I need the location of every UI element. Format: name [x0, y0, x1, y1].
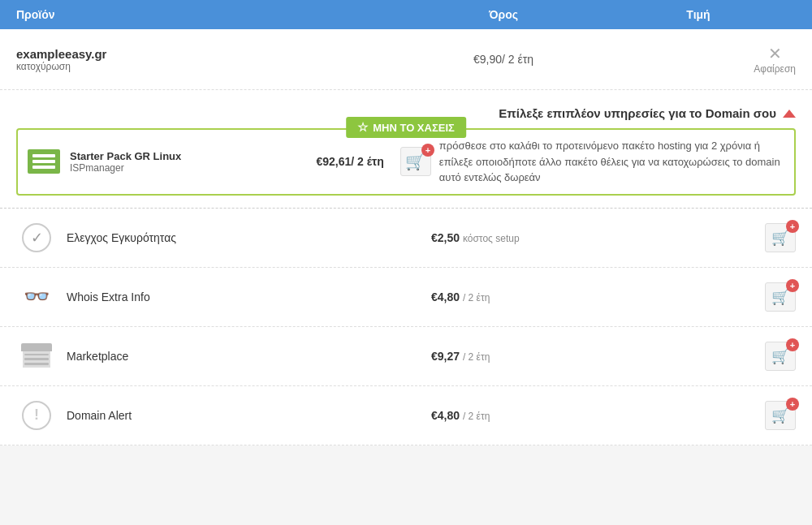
alert-circle-icon: !	[22, 401, 51, 430]
service-price-whois: €4,80 / 2 έτη	[431, 290, 674, 303]
dont-miss-badge: ☆ ΜΗΝ ΤΟ ΧΑΣΕΙΣ	[346, 117, 466, 138]
cart-icon: 🛒	[771, 407, 789, 424]
plus-badge: +	[786, 220, 799, 233]
plus-badge: +	[786, 338, 799, 351]
cart-icon: 🛒	[771, 347, 789, 365]
domain-actions: ✕ Αφαίρεση	[601, 44, 796, 75]
marketplace-cart: 🛒 +	[674, 342, 796, 371]
chevron-up-icon[interactable]	[783, 110, 796, 118]
cart-icon: 🛒	[771, 288, 789, 306]
validity-add-button[interactable]: 🛒 +	[765, 223, 796, 252]
marketplace-price-sub: / 2 έτη	[463, 351, 490, 363]
whois-cart: 🛒 +	[674, 282, 796, 312]
alert-cart: 🛒 +	[674, 401, 796, 430]
badge-text: ΜΗΝ ΤΟ ΧΑΣΕΙΣ	[373, 122, 455, 134]
service-name-alert: Domain Alert	[67, 409, 431, 422]
alert-icon-area: !	[16, 401, 57, 430]
upsell-header-text: Επίλεξε επιπλέον υπηρεσίες για το Domain…	[499, 106, 776, 120]
domain-row: exampleeasy.gr κατοχύρωση €9,90/ 2 έτη ✕…	[0, 29, 812, 90]
alert-price-bold: €4,80	[431, 409, 460, 422]
star-icon: ☆	[357, 120, 368, 135]
validity-price-sub: κόστος setup	[463, 233, 520, 244]
starter-pack-info: Starter Pack GR Linux ISPmanager	[70, 150, 300, 174]
upsell-section: Επίλεξε επιπλέον υπηρεσίες για το Domain…	[0, 90, 812, 196]
domain-name: exampleeasy.gr	[16, 47, 406, 61]
whois-add-button[interactable]: 🛒 +	[765, 282, 796, 312]
list-item: 👓 Whois Extra Info €4,80 / 2 έτη 🛒 +	[0, 268, 812, 327]
starter-price-period: / 2 έτη	[351, 155, 384, 168]
validity-cart: 🛒 +	[674, 223, 796, 252]
validity-icon-area: ✓	[16, 223, 57, 252]
service-price-alert: €4,80 / 2 έτη	[431, 409, 674, 422]
list-item: ✓ Ελεγχος Εγκυρότητας €2,50 κόστος setup…	[0, 209, 812, 268]
domain-type: κατοχύρωση	[16, 61, 406, 72]
list-item: Marketplace €9,27 / 2 έτη 🛒 +	[0, 327, 812, 386]
service-name-whois: Whois Extra Info	[67, 290, 431, 303]
table-header: Προϊόν Όρος Τιμή	[0, 0, 812, 29]
domain-info: exampleeasy.gr κατοχύρωση	[16, 47, 406, 72]
domain-price: €9,90/ 2 έτη	[406, 53, 601, 66]
starter-pack-add-button[interactable]: 🛒 +	[400, 147, 431, 176]
remove-button[interactable]: ✕ Αφαίρεση	[754, 44, 796, 75]
marketplace-price-bold: €9,27	[431, 350, 460, 363]
validity-price-bold: €2,50	[431, 231, 460, 244]
store-icon	[21, 343, 52, 369]
whois-icon-area: 👓	[16, 284, 57, 309]
service-name-marketplace: Marketplace	[67, 350, 431, 363]
header-price: Τιμή	[601, 8, 796, 21]
starter-pack-row: ☆ ΜΗΝ ΤΟ ΧΑΣΕΙΣ Starter Pack GR Linux IS…	[16, 128, 796, 196]
header-product: Προϊόν	[16, 8, 406, 21]
service-price-marketplace: €9,27 / 2 έτη	[431, 350, 674, 363]
domain-price-value: €9,90	[473, 53, 502, 66]
check-circle-icon: ✓	[22, 223, 51, 252]
starter-price-value: €92,61	[316, 155, 351, 168]
plus-badge: +	[786, 279, 799, 292]
marketplace-icon-area	[16, 343, 57, 369]
remove-label: Αφαίρεση	[754, 63, 796, 75]
promo-text: πρόσθεσε στο καλάθι το προτεινόμενο πακέ…	[431, 138, 784, 186]
alert-price-sub: / 2 έτη	[463, 411, 490, 422]
alert-add-button[interactable]: 🛒 +	[765, 401, 796, 430]
starter-pack-name: Starter Pack GR Linux	[70, 150, 300, 162]
marketplace-add-button[interactable]: 🛒 +	[765, 342, 796, 371]
whois-price-bold: €4,80	[431, 290, 460, 303]
starter-pack-price: €92,61/ 2 έτη	[316, 155, 383, 168]
starter-pack-icon	[28, 149, 60, 174]
plus-badge: +	[421, 144, 434, 157]
service-name-validity: Ελεγχος Εγκυρότητας	[67, 231, 431, 244]
binoculars-icon: 👓	[24, 284, 50, 309]
cart-icon: 🛒	[771, 229, 789, 247]
plus-badge: +	[786, 398, 799, 411]
close-icon: ✕	[768, 44, 782, 63]
services-section: ✓ Ελεγχος Εγκυρότητας €2,50 κόστος setup…	[0, 209, 812, 445]
whois-price-sub: / 2 έτη	[463, 292, 490, 303]
header-term: Όρος	[406, 8, 601, 21]
domain-price-period: / 2 έτη	[502, 53, 533, 66]
list-item: ! Domain Alert €4,80 / 2 έτη 🛒 +	[0, 386, 812, 445]
service-price-validity: €2,50 κόστος setup	[431, 231, 674, 244]
starter-pack-sub: ISPmanager	[70, 162, 300, 174]
